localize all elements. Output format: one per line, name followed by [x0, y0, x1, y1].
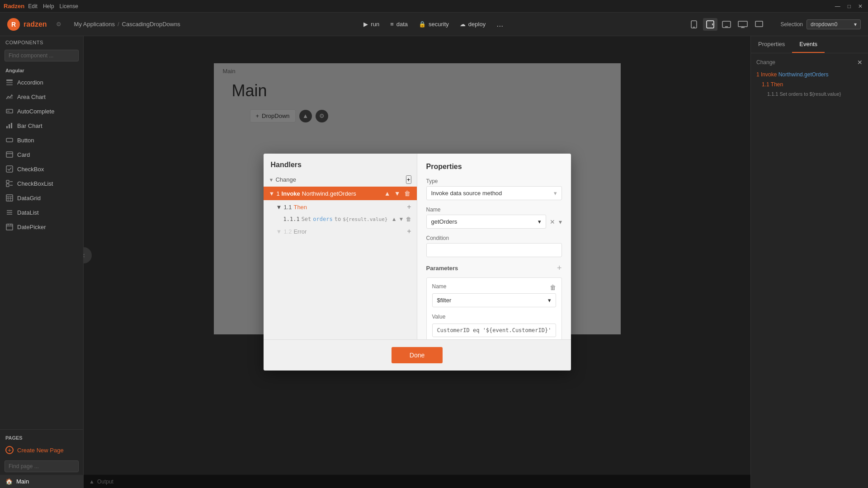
svg-rect-11 [6, 82, 13, 83]
set-to: to [335, 216, 341, 222]
datepicker-icon [5, 223, 14, 231]
device-mobile[interactable] [687, 18, 701, 31]
tab-properties[interactable]: Properties [751, 36, 792, 53]
datalist-icon [5, 208, 14, 216]
device-desktop-wide[interactable] [736, 18, 750, 31]
done-button[interactable]: Done [392, 347, 443, 363]
param-value-label: Value [432, 314, 556, 320]
properties-title: Properties [426, 163, 562, 171]
security-action[interactable]: 🔒 security [419, 21, 449, 28]
sidebar-item-datepicker[interactable]: DatePicker [0, 220, 83, 234]
sidebar-item-checkboxlist[interactable]: CheckBoxList [0, 176, 83, 191]
sidebar-items-list: Accordion Area Chart AutoComplete Bar Ch… [0, 75, 83, 429]
edit-page-icon[interactable]: ✏ [66, 479, 71, 485]
create-new-page-button[interactable]: + Create New Page [0, 442, 83, 458]
data-action[interactable]: ≡ data [390, 21, 408, 28]
set-delete-button[interactable]: 🗑 [406, 216, 411, 222]
page-name-main: 🏠 Main [5, 478, 29, 485]
sidebar-page-main[interactable]: 🏠 Main ✏ 🗑 [0, 475, 83, 488]
invoke-down-button[interactable]: ▼ [393, 190, 401, 197]
topnav: R radzen ⚙ My Applications / CascadingDr… [0, 13, 868, 36]
param-name-select[interactable]: $filter ▾ [432, 293, 556, 307]
app-title: Radzen [4, 3, 24, 9]
breadcrumb-app[interactable]: My Applications [74, 21, 115, 28]
add-handler-button[interactable]: + [406, 175, 411, 184]
sidebar-item-bar-chart[interactable]: Bar Chart [0, 118, 83, 133]
invoke-delete-button[interactable]: 🗑 [403, 190, 411, 197]
name-delete-button[interactable]: ✕ [550, 218, 555, 225]
run-action[interactable]: ▶ run [363, 21, 379, 28]
name-dropdown-button[interactable]: ▾ [559, 218, 562, 225]
area-chart-icon [5, 93, 14, 101]
param-name-label: Name [432, 283, 447, 290]
security-icon: 🔒 [419, 21, 426, 28]
breadcrumb-page[interactable]: CascadingDropDowns [122, 21, 180, 28]
param-value-input[interactable] [432, 324, 556, 337]
add-error-button[interactable]: + [407, 227, 411, 235]
sidebar-item-accordion[interactable]: Accordion [0, 75, 83, 89]
handler-item-then[interactable]: ▼ 1.1 Then + [264, 200, 417, 214]
handler-item-invoke[interactable]: ▼ 1 Invoke Northwind.getOrders ▲ ▼ 🗑 [264, 187, 417, 200]
more-button[interactable]: ... [496, 19, 503, 29]
find-page-input[interactable] [5, 460, 79, 472]
deploy-action[interactable]: ☁ deploy [460, 21, 486, 28]
invoke-method-name: Northwind.getOrders [302, 190, 356, 197]
minimize-button[interactable]: — [833, 3, 842, 9]
modal-properties-panel: Properties Type Invoke data source metho… [417, 154, 571, 339]
selection-select[interactable]: dropdown0 ▾ [807, 19, 861, 29]
invoke-keyword: Invoke [282, 190, 300, 197]
set-down-button[interactable]: ▼ [399, 216, 404, 222]
handlers-modal: Handlers ▼ Change + ▼ 1 [264, 154, 571, 371]
sidebar-item-button[interactable]: Button [0, 133, 83, 147]
invoke-up-button[interactable]: ▲ [383, 190, 392, 197]
sidebar-item-checkbox[interactable]: CheckBox [0, 162, 83, 176]
device-tablet-portrait[interactable] [703, 18, 717, 31]
add-parameter-button[interactable]: + [557, 263, 562, 273]
delete-page-icon[interactable]: 🗑 [72, 479, 78, 485]
search-input[interactable] [5, 50, 79, 61]
menu-help[interactable]: Help [43, 3, 54, 9]
rp-invoke-keyword: 1 Invoke [756, 71, 778, 78]
device-tablet-landscape[interactable] [719, 18, 734, 31]
change-label: Change [275, 176, 296, 183]
name-field: Name getOrders ▾ ✕ ▾ [426, 206, 562, 229]
security-label: security [429, 21, 449, 28]
param-delete-button[interactable]: 🗑 [550, 284, 556, 291]
main-page-label: Main [16, 478, 29, 485]
area-chart-label: Area Chart [17, 94, 46, 100]
canvas-area: ‹ Main Main + DropDown ▲ ⚙ [84, 36, 750, 488]
handler-item-set[interactable]: 1.1.1 Set orders to ${result.value} ▲ ▼ … [264, 214, 417, 225]
set-up-button[interactable]: ▲ [392, 216, 397, 222]
parameters-title: Parameters [426, 265, 458, 272]
param-name-value: $filter [437, 297, 452, 304]
sidebar-search-container [0, 47, 83, 64]
sidebar-item-datalist[interactable]: DataList [0, 205, 83, 220]
close-button[interactable]: ✕ [856, 3, 864, 9]
name-select[interactable]: getOrders ▾ [426, 215, 546, 229]
sidebar-item-autocomplete[interactable]: AutoComplete [0, 104, 83, 118]
sidebar-item-area-chart[interactable]: Area Chart [0, 89, 83, 104]
tab-events[interactable]: Events [792, 36, 825, 53]
condition-input[interactable] [426, 243, 562, 257]
bar-chart-icon [5, 122, 14, 130]
sidebar-item-card[interactable]: Card [0, 147, 83, 162]
deploy-icon: ☁ [460, 21, 466, 28]
menu-edit[interactable]: Edit [28, 3, 38, 9]
svg-rect-25 [6, 184, 9, 187]
brand-name: radzen [24, 20, 47, 28]
menu-license[interactable]: License [60, 3, 78, 9]
type-select[interactable]: Invoke data source method ▾ [426, 186, 562, 200]
error-left: ▼ 1.2 Error [276, 228, 307, 235]
change-close-button[interactable]: ✕ [857, 59, 863, 66]
sidebar-item-datagrid[interactable]: DataGrid [0, 191, 83, 205]
maximize-button[interactable]: □ [846, 3, 853, 9]
set-num: 1.1.1 [283, 216, 300, 222]
right-panel-set-item: 1.1.1 Set orders to ${result.value} [756, 89, 863, 99]
brand-logo: R radzen [7, 18, 47, 31]
device-desktop-narrow[interactable] [752, 18, 766, 31]
svg-rect-17 [9, 124, 10, 128]
handler-item-error[interactable]: ▼ 1.2 Error + [264, 225, 417, 238]
handler-change-row[interactable]: ▼ Change + [264, 173, 417, 187]
then-label: Then [293, 204, 307, 211]
add-then-button[interactable]: + [407, 203, 411, 211]
